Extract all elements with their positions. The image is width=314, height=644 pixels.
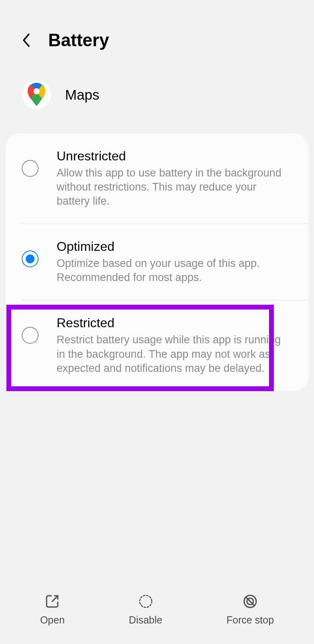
disable-label: Disable [129, 614, 162, 626]
header: Battery [0, 0, 314, 66]
option-description: Optimize based on your usage of this app… [57, 256, 289, 285]
disable-button[interactable]: Disable [129, 593, 162, 626]
option-unrestricted[interactable]: Unrestricted Allow this app to use batte… [6, 133, 308, 224]
open-icon [44, 593, 60, 609]
app-info-row: Maps [0, 66, 314, 133]
radio-optimized[interactable] [22, 250, 39, 267]
force-stop-label: Force stop [226, 614, 274, 626]
option-optimized[interactable]: Optimized Optimize based on your usage o… [6, 224, 308, 300]
page-title: Battery [48, 30, 109, 50]
option-text: Unrestricted Allow this app to use batte… [57, 149, 289, 208]
option-description: Allow this app to use battery in the bac… [57, 166, 289, 208]
open-button[interactable]: Open [40, 593, 65, 626]
option-title: Restricted [57, 316, 289, 330]
bottom-action-bar: Open Disable Force stop [0, 575, 314, 644]
battery-options-card: Unrestricted Allow this app to use batte… [6, 133, 308, 391]
app-name: Maps [65, 87, 100, 103]
option-restricted[interactable]: Restricted Restrict battery usage while … [6, 300, 308, 390]
force-stop-icon [242, 593, 258, 609]
option-description: Restrict battery usage while this app is… [57, 333, 289, 375]
radio-restricted[interactable] [22, 327, 39, 344]
option-title: Unrestricted [57, 149, 289, 164]
option-text: Optimized Optimize based on your usage o… [57, 239, 289, 285]
open-label: Open [40, 614, 65, 626]
disable-icon [138, 593, 154, 609]
force-stop-button[interactable]: Force stop [226, 593, 274, 626]
radio-unrestricted[interactable] [22, 160, 39, 177]
svg-point-1 [140, 595, 152, 607]
svg-point-0 [34, 88, 40, 94]
maps-app-icon [22, 80, 51, 109]
option-title: Optimized [57, 239, 289, 254]
back-icon[interactable] [22, 33, 30, 47]
option-text: Restricted Restrict battery usage while … [57, 316, 289, 375]
